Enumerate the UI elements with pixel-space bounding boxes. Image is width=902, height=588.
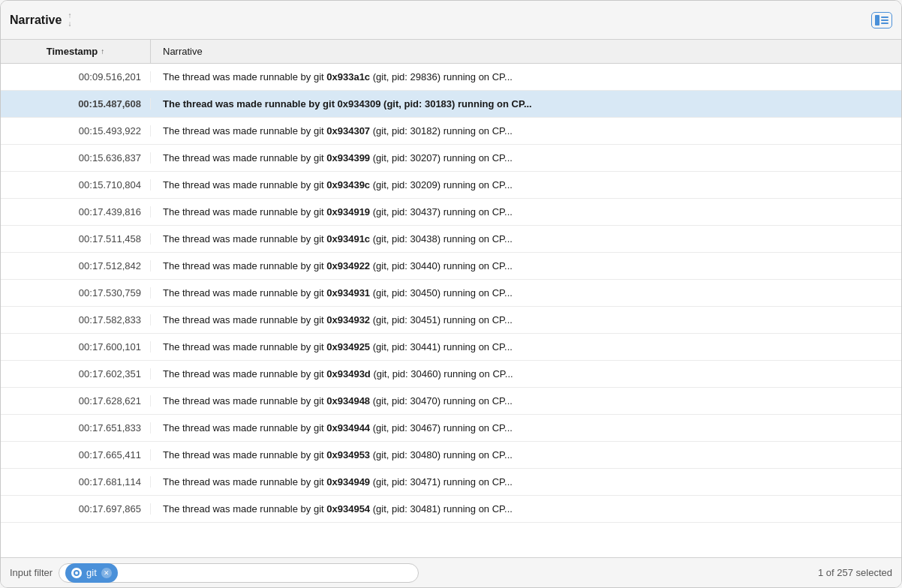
cell-timestamp: 00:09.516,201 — [1, 71, 151, 82]
cell-timestamp: 00:17.511,458 — [1, 233, 151, 244]
table-row[interactable]: 00:15.493,922The thread was made runnabl… — [1, 118, 901, 145]
cell-narrative: The thread was made runnable by git 0x93… — [151, 125, 901, 136]
cell-timestamp: 00:17.665,411 — [1, 449, 151, 460]
cell-timestamp: 00:17.628,621 — [1, 395, 151, 406]
cell-narrative: The thread was made runnable by git 0x93… — [151, 341, 901, 352]
cell-narrative: The thread was made runnable by git 0x93… — [151, 314, 901, 326]
table-row[interactable]: 00:17.681,114The thread was made runnabl… — [1, 469, 901, 496]
input-filter-label: Input filter — [10, 567, 53, 578]
svg-point-1 — [75, 572, 78, 574]
cell-timestamp: 00:15.710,804 — [1, 179, 151, 190]
table-container: Timestamp ↑ Narrative 00:09.516,201The t… — [1, 40, 901, 557]
cell-timestamp: 00:17.582,833 — [1, 314, 151, 326]
cell-timestamp: 00:15.487,608 — [1, 98, 151, 110]
filter-pill: git ✕ — [65, 563, 118, 583]
filter-clear-button[interactable]: ✕ — [101, 568, 112, 578]
cell-narrative: The thread was made runnable by git 0x93… — [151, 476, 901, 488]
status-bar: Input filter git ✕ 1 of 257 selected — [1, 557, 901, 587]
column-header-narrative[interactable]: Narrative — [151, 40, 901, 63]
cell-timestamp: 00:17.681,114 — [1, 476, 151, 488]
cell-narrative: The thread was made runnable by git 0x93… — [151, 152, 901, 164]
selection-status: 1 of 257 selected — [818, 567, 892, 578]
title-bar: Narrative ↑ ↓ — [1, 1, 901, 40]
sidebar-toggle-button[interactable] — [871, 12, 892, 28]
cell-timestamp: 00:17.602,351 — [1, 368, 151, 380]
table-row[interactable]: 00:15.710,804The thread was made runnabl… — [1, 172, 901, 199]
table-row[interactable]: 00:17.665,411The thread was made runnabl… — [1, 442, 901, 469]
cell-timestamp: 00:15.493,922 — [1, 125, 151, 136]
cell-timestamp: 00:17.697,865 — [1, 503, 151, 514]
cell-narrative: The thread was made runnable by git 0x93… — [151, 287, 901, 298]
table-row[interactable]: 00:17.651,833The thread was made runnabl… — [1, 415, 901, 442]
table-row[interactable]: 00:15.636,837The thread was made runnabl… — [1, 145, 901, 172]
table-row[interactable]: 00:17.697,865The thread was made runnabl… — [1, 496, 901, 523]
table-row[interactable]: 00:17.600,101The thread was made runnabl… — [1, 334, 901, 361]
cell-narrative: The thread was made runnable by git 0x93… — [151, 233, 901, 244]
cell-narrative: The thread was made runnable by git 0x93… — [151, 179, 901, 190]
sort-arrows-icon: ↑ ↓ — [68, 12, 71, 28]
table-row[interactable]: 00:17.511,458The thread was made runnabl… — [1, 226, 901, 253]
table-header: Timestamp ↑ Narrative — [1, 40, 901, 64]
sort-asc-icon: ↑ — [101, 47, 104, 56]
column-header-timestamp[interactable]: Timestamp ↑ — [1, 40, 151, 63]
app-window: Narrative ↑ ↓ Timestamp ↑ — [0, 0, 902, 588]
table-row[interactable]: 00:17.530,759The thread was made runnabl… — [1, 280, 901, 307]
cell-narrative: The thread was made runnable by git 0x93… — [151, 422, 901, 434]
title-bar-left: Narrative ↑ ↓ — [10, 12, 71, 28]
filter-value: git — [86, 567, 97, 578]
cell-timestamp: 00:17.512,842 — [1, 260, 151, 272]
table-body[interactable]: 00:09.516,201The thread was made runnabl… — [1, 64, 901, 557]
cell-timestamp: 00:17.600,101 — [1, 341, 151, 352]
cell-narrative: The thread was made runnable by git 0x93… — [151, 395, 901, 406]
cell-timestamp: 00:15.636,837 — [1, 152, 151, 164]
cell-narrative: The thread was made runnable by git 0x93… — [151, 503, 901, 514]
cell-narrative: The thread was made runnable by git 0x93… — [151, 449, 901, 460]
filter-input-container[interactable]: git ✕ — [59, 563, 419, 583]
cell-narrative: The thread was made runnable by git 0x93… — [151, 98, 901, 110]
table-row[interactable]: 00:17.512,842The thread was made runnabl… — [1, 253, 901, 280]
cell-timestamp: 00:17.439,816 — [1, 206, 151, 218]
cell-narrative: The thread was made runnable by git 0x93… — [151, 206, 901, 218]
cell-narrative: The thread was made runnable by git 0x93… — [151, 368, 901, 380]
table-row[interactable]: 00:17.602,351The thread was made runnabl… — [1, 361, 901, 388]
table-row[interactable]: 00:09.516,201The thread was made runnabl… — [1, 64, 901, 91]
table-row[interactable]: 00:17.439,816The thread was made runnabl… — [1, 199, 901, 226]
filter-icon — [71, 568, 82, 578]
cell-narrative: The thread was made runnable by git 0x93… — [151, 71, 901, 82]
table-row[interactable]: 00:15.487,608The thread was made runnabl… — [1, 91, 901, 118]
table-row[interactable]: 00:17.582,833The thread was made runnabl… — [1, 307, 901, 334]
cell-timestamp: 00:17.651,833 — [1, 422, 151, 434]
cell-timestamp: 00:17.530,759 — [1, 287, 151, 298]
cell-narrative: The thread was made runnable by git 0x93… — [151, 260, 901, 272]
window-title: Narrative — [10, 14, 62, 27]
sidebar-icon — [875, 15, 888, 26]
table-row[interactable]: 00:17.628,621The thread was made runnabl… — [1, 388, 901, 415]
